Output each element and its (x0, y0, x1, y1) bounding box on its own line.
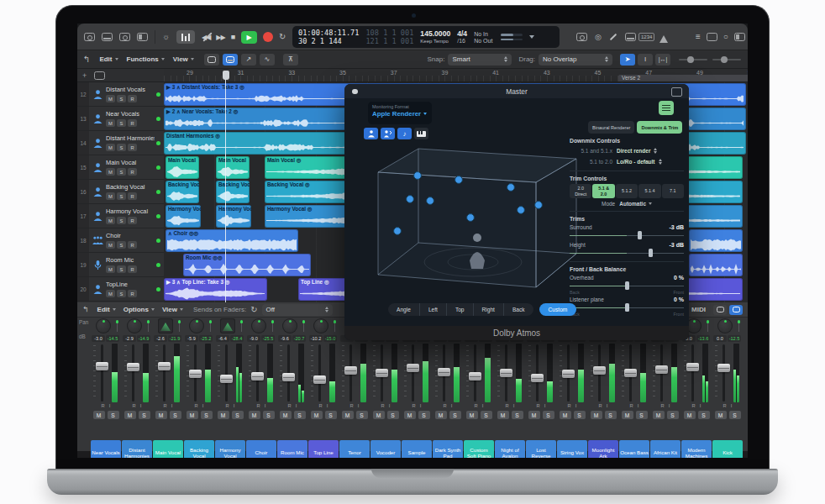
strip-mute-button[interactable]: M (560, 411, 571, 419)
track-zoom-icon[interactable] (94, 71, 105, 80)
track-r-button[interactable]: R (128, 290, 137, 297)
volume-fader[interactable] (127, 363, 139, 371)
track-r-button[interactable]: R (128, 192, 137, 200)
region-3-top-line-take-3[interactable]: ▶ 3 ∧ Top Line: Take 3 ◎ (164, 278, 267, 301)
channel-name-label[interactable]: Night of Avalon (495, 440, 525, 458)
close-button[interactable] (352, 89, 358, 95)
forward-button[interactable]: ▶▶ (216, 34, 224, 41)
dual-view-icon[interactable] (729, 305, 743, 315)
pan-knob[interactable] (282, 318, 297, 333)
grid-view-icon[interactable] (204, 54, 219, 66)
strip-solo-button[interactable]: S (263, 411, 275, 419)
strip-mute-button[interactable]: M (404, 411, 416, 419)
track-r-button[interactable]: R (128, 144, 137, 151)
volume-fader[interactable] (376, 369, 388, 377)
input-monitor-label[interactable]: I (451, 403, 453, 408)
link-icon[interactable] (671, 87, 682, 97)
lcd-display[interactable]: 01:00:48:11.71 30 2 1 144 108 1 1 001 12… (292, 26, 560, 48)
strip-mute-button[interactable]: M (249, 411, 260, 419)
volume-fader[interactable] (220, 375, 233, 383)
playhead-handle[interactable] (223, 71, 229, 80)
strip-solo-button[interactable]: S (139, 411, 150, 419)
tab-downmix-trim[interactable]: Downmix & Trim (637, 121, 682, 134)
track-m-button[interactable]: M (106, 95, 115, 102)
input-monitor-label[interactable]: I (544, 403, 546, 408)
mini-send-fader[interactable] (738, 320, 740, 332)
channel-name-label[interactable]: Choir (246, 440, 276, 458)
record-enable-dot[interactable] (156, 239, 160, 243)
record-enable-dot[interactable] (156, 190, 160, 194)
input-monitor-label[interactable]: I (296, 403, 297, 408)
zoom-horizontal-slider[interactable] (712, 59, 741, 60)
track-m-button[interactable]: M (106, 241, 115, 249)
strip-solo-button[interactable]: S (387, 411, 399, 419)
record-enable-dot[interactable] (156, 165, 160, 170)
atmos-3d-visualizer[interactable] (351, 136, 591, 301)
volume-fader[interactable] (158, 362, 171, 370)
pan-knob[interactable] (96, 318, 111, 333)
trim-segment-5.1-2.0[interactable]: 5.1 &2.0 (592, 184, 614, 198)
channel-name-label[interactable]: Lost Reverse (526, 440, 556, 458)
trim-segment-5.1.4[interactable]: 5.1.4 (638, 184, 660, 198)
flex-icon[interactable]: ∿ (260, 54, 275, 66)
cycle-button[interactable]: ↻ (279, 33, 286, 41)
channel-name-label[interactable]: Dark Synth Pad (433, 440, 463, 458)
trim-segment-5.1.2[interactable]: 5.1.2 (616, 184, 638, 198)
monitoring-format-select[interactable]: Monitoring Format Apple Renderer (368, 102, 432, 124)
region-harmony-vocal[interactable]: Harmony Vocal (216, 205, 251, 228)
strip-solo-button[interactable]: S (729, 411, 741, 419)
strip-mute-button[interactable]: M (311, 411, 323, 419)
read-automation-label[interactable]: R (568, 403, 571, 408)
strip-solo-button[interactable]: S (543, 411, 554, 419)
strip-mute-button[interactable]: M (497, 411, 509, 419)
strip-mute-button[interactable]: M (622, 411, 633, 419)
surround-panner[interactable] (220, 318, 235, 333)
read-automation-label[interactable]: R (723, 403, 727, 408)
channel-name-label[interactable]: Ocean Bass (619, 440, 649, 458)
volume-fader[interactable] (438, 368, 450, 376)
track-m-button[interactable]: M (106, 119, 115, 127)
strip-mute-button[interactable]: M (187, 411, 198, 419)
automation-icon[interactable]: ↗ (241, 54, 256, 66)
volume-fader[interactable] (344, 366, 357, 375)
trim-segment-7.1[interactable]: 7.1 (662, 184, 684, 198)
strip-mute-button[interactable]: M (591, 411, 602, 419)
input-monitor-label[interactable]: I (389, 403, 391, 408)
track-r-button[interactable]: R (128, 95, 137, 102)
speaker-dot[interactable] (414, 172, 422, 180)
track-s-button[interactable]: S (117, 241, 126, 249)
track-s-button[interactable]: S (117, 290, 126, 297)
strip-solo-button[interactable]: S (232, 411, 244, 419)
strip-mute-button[interactable]: M (684, 411, 696, 419)
input-monitor-label[interactable]: I (669, 403, 670, 408)
strip-solo-button[interactable]: S (418, 411, 430, 419)
channel-name-label[interactable]: Harmony Vocal (215, 440, 245, 458)
edit-menu[interactable]: Edit (99, 55, 118, 63)
hide-mixer-icon[interactable]: ↰ (82, 306, 89, 313)
downmix-row-select[interactable]: Direct render (617, 146, 657, 155)
quick-help-icon[interactable] (119, 33, 130, 41)
strip-solo-button[interactable]: S (294, 411, 306, 419)
mode-select[interactable]: Automatic (619, 201, 652, 207)
volume-fader[interactable] (282, 373, 295, 381)
list-editors-icon[interactable]: ≡ (696, 33, 701, 41)
read-automation-label[interactable]: R (350, 403, 354, 408)
volume-fader[interactable] (562, 370, 575, 378)
read-automation-label[interactable]: R (319, 403, 323, 408)
strip-mute-button[interactable]: M (93, 411, 105, 419)
input-monitor-label[interactable]: I (202, 403, 204, 408)
track-r-button[interactable]: R (128, 119, 137, 127)
speaker-dot[interactable] (427, 197, 434, 205)
pointer-tool-button[interactable]: ➤ (620, 54, 635, 66)
input-monitor-label[interactable]: I (607, 403, 608, 408)
read-automation-label[interactable]: R (288, 403, 292, 408)
pan-knob[interactable] (313, 318, 328, 333)
record-enable-dot[interactable] (156, 117, 160, 121)
read-automation-label[interactable]: R (599, 403, 602, 408)
bar-ruler[interactable]: 293133353739414345474951Verse 2 (164, 69, 748, 82)
read-automation-label[interactable]: R (257, 403, 260, 408)
mini-send-fader[interactable] (241, 320, 243, 332)
read-automation-label[interactable]: R (164, 403, 167, 408)
strip-solo-button[interactable]: S (325, 411, 337, 419)
functions-menu[interactable]: Functions (127, 55, 165, 63)
